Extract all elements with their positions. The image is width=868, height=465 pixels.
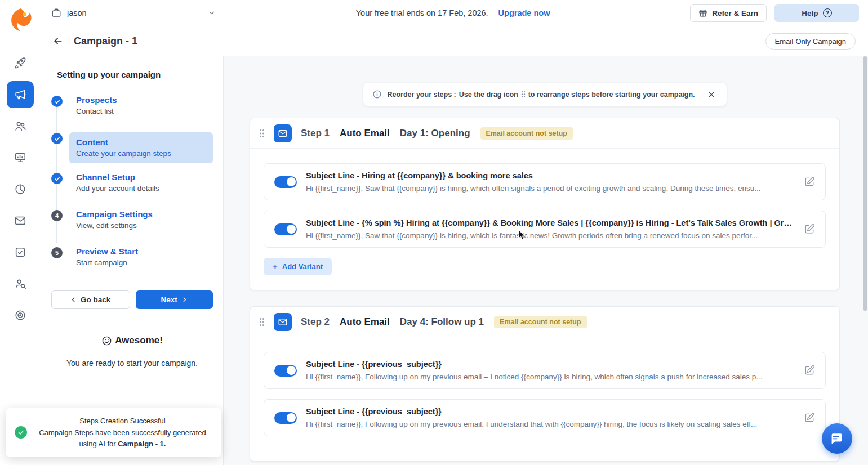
nav-tasks-icon[interactable] bbox=[7, 239, 34, 266]
close-icon[interactable] bbox=[707, 91, 715, 99]
setup-step-prospects[interactable]: Prospects Contact list bbox=[51, 95, 213, 115]
email-not-setup-badge: Email account not setup bbox=[480, 127, 573, 140]
scrollbar-thumb[interactable] bbox=[863, 56, 867, 311]
step-day-label: Day 1: Opening bbox=[400, 128, 470, 139]
back-arrow-icon[interactable] bbox=[52, 35, 64, 47]
chat-bubble-icon bbox=[830, 431, 844, 446]
next-label: Next bbox=[161, 296, 177, 304]
variant-toggle[interactable] bbox=[274, 223, 297, 235]
edit-icon[interactable] bbox=[804, 223, 815, 235]
edit-icon[interactable] bbox=[804, 412, 815, 423]
nav-campaigns-icon[interactable] bbox=[7, 81, 34, 108]
go-back-button[interactable]: Go back bbox=[51, 290, 130, 309]
nav-analytics-icon[interactable] bbox=[7, 176, 34, 203]
step-number-badge: 5 bbox=[51, 247, 63, 258]
toast-message: Campaign Steps have been successfully ge… bbox=[33, 427, 212, 450]
variant-row[interactable]: Subject Line - {% spin %} Hiring at {{co… bbox=[264, 211, 826, 248]
variant-preview: Hi {{first_name}}, Saw that {{company}} … bbox=[306, 231, 793, 240]
toast-text: Steps Creation Successful Campaign Steps… bbox=[33, 415, 212, 450]
variant-subject: Subject Line - {{previous_subject}} bbox=[306, 360, 793, 369]
variant-toggle[interactable] bbox=[274, 412, 297, 424]
step-sublabel: Contact list bbox=[76, 107, 213, 115]
variant-subject: Subject Line - Hiring at {{company}} & b… bbox=[306, 171, 793, 180]
variant-row[interactable]: Subject Line - {{previous_subject}} Hi {… bbox=[264, 399, 826, 436]
next-button[interactable]: Next bbox=[136, 290, 213, 309]
variant-preview: Hi {{first_name}}, Following up on my pr… bbox=[306, 420, 793, 428]
step-sublabel: Add your account details bbox=[76, 184, 213, 193]
nav-launch-icon[interactable] bbox=[7, 50, 34, 77]
variant-toggle[interactable] bbox=[274, 176, 297, 188]
smiley-icon bbox=[101, 336, 112, 346]
nav-prospect-finder-icon[interactable] bbox=[7, 270, 34, 297]
help-label: Help bbox=[802, 9, 818, 17]
help-button[interactable]: Help ? bbox=[774, 4, 859, 22]
campaign-type-pill: Email-Only Campaign bbox=[765, 33, 856, 50]
reorder-banner-text: Reorder your steps : Use the drag icon t… bbox=[388, 91, 695, 99]
nav-inbox-icon[interactable] bbox=[7, 207, 34, 234]
step-label[interactable]: Campaign Settings bbox=[76, 209, 213, 219]
auto-email-icon bbox=[274, 313, 292, 331]
topbar-actions: Refer & Earn Help ? bbox=[690, 4, 859, 22]
upgrade-now-link[interactable]: Upgrade now bbox=[498, 8, 550, 17]
step-sublabel: Create your campaign steps bbox=[76, 149, 206, 158]
setup-step-channel-setup[interactable]: Channel Setup Add your account details bbox=[51, 172, 213, 193]
step-sublabel: Start campaign bbox=[76, 258, 213, 267]
step-complete-icon bbox=[51, 173, 63, 184]
refer-earn-button[interactable]: Refer & Earn bbox=[690, 4, 767, 22]
step-sublabel: View, edit settings bbox=[76, 221, 213, 230]
nav-rail bbox=[0, 0, 41, 465]
edit-icon[interactable] bbox=[804, 176, 815, 187]
step-card-body: Subject Line - {{previous_subject}} Hi {… bbox=[250, 337, 839, 461]
chevron-down-icon bbox=[208, 9, 216, 17]
banner-after-icon: to rearrange steps before starting your … bbox=[528, 91, 695, 99]
variant-toggle[interactable] bbox=[274, 365, 297, 377]
drag-handle-icon[interactable] bbox=[258, 316, 266, 328]
nav-focus-icon[interactable] bbox=[7, 302, 34, 329]
email-not-setup-badge: Email account not setup bbox=[494, 316, 586, 328]
setup-steps-list: Prospects Contact list Content Create yo… bbox=[51, 95, 213, 267]
step-number-label: Step 2 bbox=[301, 316, 330, 328]
success-check-icon bbox=[15, 426, 27, 439]
chevron-left-icon bbox=[70, 297, 77, 303]
nav-reports-icon[interactable] bbox=[7, 144, 34, 171]
banner-before-icon: Use the drag icon bbox=[459, 91, 518, 99]
briefcase-icon bbox=[51, 8, 61, 18]
setup-step-preview-start[interactable]: 5 Preview & Start Start campaign bbox=[51, 247, 213, 267]
info-icon bbox=[372, 90, 382, 99]
add-variant-button[interactable]: + Add Variant bbox=[264, 258, 332, 275]
ready-heading: Awesome! bbox=[51, 335, 213, 346]
add-variant-label: Add Variant bbox=[282, 262, 323, 271]
app-window: jason Your free trial ends on 17 Feb, 20… bbox=[0, 0, 868, 465]
step-label[interactable]: Preview & Start bbox=[76, 247, 213, 256]
refer-earn-label: Refer & Earn bbox=[712, 9, 758, 17]
chat-widget-button[interactable] bbox=[822, 423, 852, 454]
panel-buttons: Go back Next bbox=[51, 290, 213, 309]
toast-title: Steps Creation Successful bbox=[33, 415, 212, 427]
step-day-label: Day 4: Follow up 1 bbox=[400, 316, 484, 328]
gift-icon bbox=[698, 8, 707, 17]
nav-prospects-icon[interactable] bbox=[7, 113, 34, 140]
plus-icon: + bbox=[273, 262, 278, 271]
edit-icon[interactable] bbox=[804, 365, 815, 376]
setup-step-campaign-settings[interactable]: 4 Campaign Settings View, edit settings bbox=[51, 209, 213, 230]
variant-row[interactable]: Subject Line - Hiring at {{company}} & b… bbox=[264, 163, 826, 200]
step-label[interactable]: Content bbox=[76, 137, 206, 147]
drag-handle-icon[interactable] bbox=[258, 128, 266, 139]
workspace-selector[interactable]: jason bbox=[51, 8, 216, 18]
step-channel-label: Auto Email bbox=[340, 128, 390, 139]
step-card-body: Subject Line - Hiring at {{company}} & b… bbox=[250, 149, 839, 290]
variant-subject: Subject Line - {{previous_subject}} bbox=[306, 407, 793, 416]
variant-preview: Hi {{first_name}}, Following up on my pr… bbox=[306, 373, 793, 381]
step-card-header: Step 1 Auto Email Day 1: Opening Email a… bbox=[250, 118, 839, 149]
banner-lead: Reorder your steps : bbox=[388, 91, 456, 99]
variant-preview: Hi {{first_name}}, Saw that {{company}} … bbox=[306, 184, 793, 193]
step-label[interactable]: Channel Setup bbox=[76, 172, 213, 182]
step-label[interactable]: Prospects bbox=[76, 95, 213, 105]
main-content: Reorder your steps : Use the drag icon t… bbox=[224, 56, 868, 465]
setup-step-content[interactable]: Content Create your campaign steps bbox=[51, 132, 213, 163]
step-card-2: Step 2 Auto Email Day 4: Follow up 1 Ema… bbox=[250, 306, 840, 462]
setup-panel-title: Setting up your campaign bbox=[57, 70, 213, 79]
page-title: Campaign - 1 bbox=[74, 35, 137, 47]
variant-row[interactable]: Subject Line - {{previous_subject}} Hi {… bbox=[264, 352, 826, 389]
step-card-header: Step 2 Auto Email Day 4: Follow up 1 Ema… bbox=[250, 307, 839, 337]
